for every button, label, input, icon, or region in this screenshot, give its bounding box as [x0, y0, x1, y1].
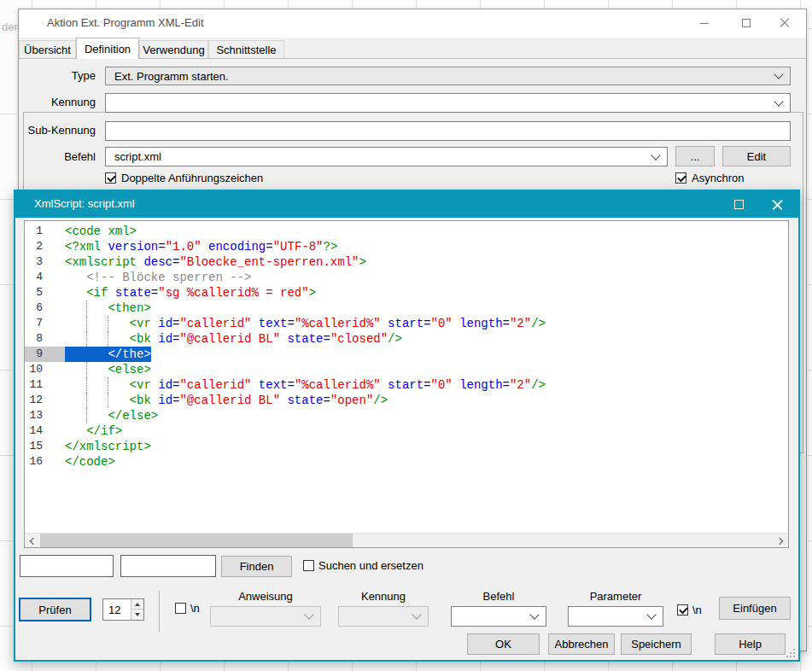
spinner-buttons — [131, 599, 143, 620]
parameter-label: Parameter — [568, 590, 663, 603]
anweisung-label: Anweisung — [210, 590, 321, 603]
sub-kennung-label: Sub-Kennung — [27, 124, 96, 137]
code-text: </the> — [65, 347, 151, 362]
horizontal-scrollbar[interactable] — [25, 533, 788, 547]
resize-grip[interactable] — [786, 648, 795, 657]
befehl-tool-dropdown[interactable] — [451, 606, 546, 627]
dialog1-titlebar[interactable]: Aktion Ext. Programm XML-Edit — [19, 9, 806, 38]
line-number: 15 — [25, 439, 65, 454]
help-button[interactable]: Help — [715, 633, 786, 655]
line-number: 14 — [25, 423, 65, 439]
newline-left-label: \n — [190, 602, 200, 615]
chevron-down-icon — [529, 610, 539, 619]
abbrechen-button[interactable]: Abbrechen — [548, 633, 615, 655]
scrollbar-thumb[interactable] — [40, 534, 353, 547]
code-text: <vr id="callerid" text="%callerid%" star… — [65, 316, 546, 331]
spin-up-button[interactable] — [131, 599, 143, 610]
tab-schnittstelle[interactable]: Schnittstelle — [208, 40, 284, 59]
code-lines[interactable]: 1<code xml>2<?xml version="1.0" encoding… — [25, 221, 788, 533]
close-button[interactable] — [758, 191, 797, 218]
code-line[interactable]: 3<xmlscript desc="Bloecke_ent-sperren.xm… — [25, 254, 788, 270]
chevron-right-icon — [776, 537, 783, 544]
dialog-xmlscript: XmlScript: script.xml 1<code xml>2<?xml … — [14, 190, 800, 662]
code-text: <bk id="@callerid BL" state="open"/> — [65, 393, 388, 408]
code-line[interactable]: 2<?xml version="1.0" encoding="UTF-8"?> — [25, 239, 788, 254]
browse-button[interactable]: ... — [675, 146, 715, 166]
code-line[interactable]: 9</the> — [25, 347, 788, 362]
code-text: <?xml version="1.0" encoding="UTF-8"?> — [65, 239, 337, 254]
code-line[interactable]: 12<bk id="@callerid BL" state="open"/> — [25, 393, 788, 408]
xml-code-editor[interactable]: 1<code xml>2<?xml version="1.0" encoding… — [24, 220, 789, 548]
code-line[interactable]: 11<vr id="callerid" text="%callerid%" st… — [25, 377, 788, 393]
code-line[interactable]: 13</else> — [25, 408, 788, 423]
finden-button[interactable]: Finden — [221, 556, 292, 577]
code-line[interactable]: 7<vr id="callerid" text="%callerid%" sta… — [25, 316, 788, 331]
tab-verwendung[interactable]: Verwendung — [139, 40, 208, 59]
newline-left-checkbox[interactable] — [175, 603, 186, 614]
triangle-down-icon — [135, 613, 140, 616]
code-line[interactable]: 14</if> — [25, 423, 788, 439]
parameter-dropdown[interactable] — [568, 606, 663, 627]
line-number: 16 — [25, 454, 65, 470]
befehl-dropdown[interactable]: script.xml — [105, 147, 668, 166]
chevron-down-icon — [651, 150, 660, 160]
line-number: 13 — [25, 408, 65, 423]
line-number: 2 — [25, 239, 65, 254]
close-icon — [780, 18, 790, 28]
code-line[interactable]: 1<code xml> — [25, 224, 788, 239]
code-text: </xmlscript> — [65, 439, 151, 454]
tab-definition[interactable]: Definition — [76, 38, 139, 59]
line-number-input[interactable] — [103, 599, 131, 620]
doppelte-anfuehrungszeichen-checkbox[interactable] — [105, 172, 116, 184]
maximize-button[interactable] — [727, 9, 765, 37]
scroll-left-button[interactable] — [25, 534, 39, 548]
chevron-down-icon — [412, 610, 421, 619]
xmlscript-titlebar[interactable]: XmlScript: script.xml — [15, 191, 798, 218]
chevron-down-icon — [304, 610, 313, 619]
triangle-up-icon — [135, 603, 140, 606]
kennung-tool-dropdown — [338, 606, 429, 627]
code-line[interactable]: 16</code> — [25, 454, 788, 470]
find-input[interactable] — [20, 555, 114, 577]
type-value: Ext. Programm starten. — [114, 70, 229, 83]
code-line[interactable]: 6<then> — [25, 300, 788, 316]
kennung-dropdown[interactable] — [105, 93, 791, 113]
minimize-button[interactable] — [685, 9, 723, 37]
speichern-button[interactable]: Speichern — [621, 633, 692, 655]
befehl-label: Befehl — [27, 150, 96, 163]
einfuegen-button[interactable]: Einfügen — [719, 597, 791, 620]
tab-uebersicht[interactable]: Übersicht — [19, 40, 76, 59]
code-text: </else> — [65, 408, 158, 423]
code-text: <code xml> — [65, 224, 137, 239]
type-dropdown[interactable]: Ext. Programm starten. — [105, 67, 791, 85]
suchen-und-ersetzen-label: Suchen und ersetzen — [318, 559, 424, 572]
ok-button[interactable]: OK — [467, 633, 540, 655]
kennung-tool-label: Kennung — [338, 590, 429, 603]
suchen-und-ersetzen-checkbox[interactable] — [303, 560, 314, 571]
type-label: Type — [27, 69, 96, 82]
chevron-down-icon — [774, 69, 783, 79]
close-button[interactable] — [765, 9, 803, 37]
line-number-spinner[interactable] — [102, 598, 144, 621]
befehl-value: script.xml — [114, 150, 161, 163]
code-line[interactable]: 15</xmlscript> — [25, 439, 788, 454]
code-text: <else> — [65, 362, 151, 377]
newline-right-checkbox[interactable] — [677, 604, 688, 616]
scroll-right-button[interactable] — [774, 534, 788, 548]
code-line[interactable]: 5<if state="sg %callerid% = red"> — [25, 285, 788, 300]
pruefen-button[interactable]: Prüfen — [19, 598, 91, 621]
maximize-button[interactable] — [720, 191, 758, 218]
code-text: <bk id="@callerid BL" state="closed"/> — [65, 331, 402, 347]
sub-kennung-field[interactable] — [105, 121, 791, 141]
code-text: </if> — [65, 423, 122, 439]
code-line[interactable]: 8<bk id="@callerid BL" state="closed"/> — [25, 331, 788, 347]
dialog1-title: Aktion Ext. Programm XML-Edit — [47, 16, 204, 29]
code-line[interactable]: 10<else> — [25, 362, 788, 377]
replace-input[interactable] — [120, 555, 216, 577]
spin-down-button[interactable] — [131, 610, 143, 620]
code-line[interactable]: 4<!-- Blöcke sperren --> — [25, 270, 788, 285]
chevron-down-icon — [646, 610, 656, 619]
asynchron-checkbox[interactable] — [675, 172, 686, 184]
anweisung-dropdown — [210, 606, 321, 627]
edit-button[interactable]: Edit — [722, 146, 791, 166]
